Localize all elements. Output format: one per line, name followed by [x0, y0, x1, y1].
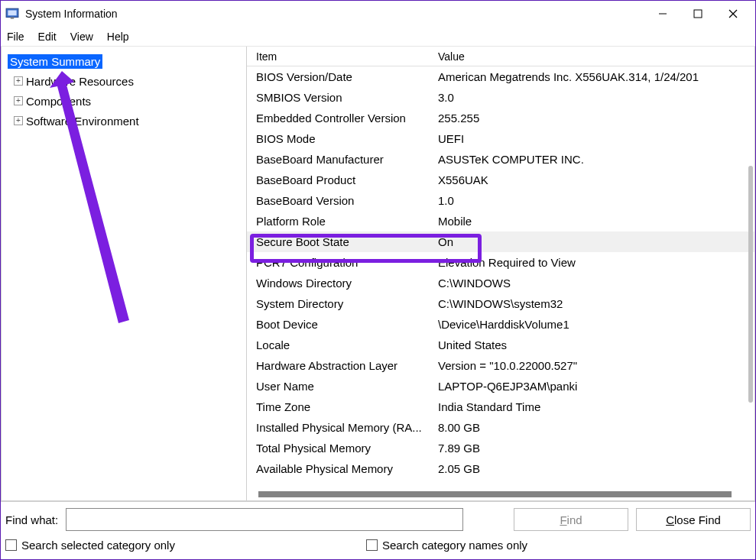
tree-item-system-summary[interactable]: System Summary: [8, 51, 240, 71]
maximize-icon: [693, 9, 702, 18]
menubar: File Edit View Help: [1, 27, 755, 47]
tree-item-hardware-resources[interactable]: + Hardware Resources: [8, 71, 240, 91]
find-button[interactable]: Find: [514, 508, 628, 531]
minimize-icon: [658, 9, 667, 18]
grid-header[interactable]: Item Value: [247, 47, 754, 66]
window-title: System Information: [25, 8, 118, 20]
cell-item: BaseBoard Product: [247, 173, 433, 186]
cell-item: BIOS Mode: [247, 132, 433, 145]
cell-value: X556UAK: [433, 173, 754, 186]
minimize-button[interactable]: [645, 2, 680, 26]
category-tree[interactable]: System Summary + Hardware Resources + Co…: [1, 47, 247, 501]
svg-rect-1: [8, 11, 16, 16]
cell-value: ASUSTeK COMPUTER INC.: [433, 153, 754, 166]
menu-file[interactable]: File: [7, 31, 24, 43]
tree-label: Software Environment: [26, 115, 139, 128]
cell-item: Embedded Controller Version: [247, 112, 433, 125]
tree-label: Hardware Resources: [26, 75, 134, 88]
cell-item: SMBIOS Version: [247, 91, 433, 104]
svg-rect-2: [11, 18, 15, 19]
column-header-value[interactable]: Value: [433, 50, 754, 63]
table-row[interactable]: Platform RoleMobile: [247, 211, 754, 231]
table-row[interactable]: Time ZoneIndia Standard Time: [247, 397, 754, 417]
cell-value: 2.05 GB: [433, 462, 754, 475]
content-area: System Summary + Hardware Resources + Co…: [1, 47, 755, 501]
menu-help[interactable]: Help: [107, 31, 129, 43]
tree-label: Components: [26, 95, 91, 108]
maximize-button[interactable]: [680, 2, 715, 26]
table-row[interactable]: BaseBoard ProductX556UAK: [247, 170, 754, 190]
cell-value: Elevation Required to View: [433, 256, 754, 269]
cell-value: \Device\HarddiskVolume1: [433, 318, 754, 331]
cell-item: Secure Boot State: [247, 235, 433, 248]
expand-icon[interactable]: +: [14, 116, 23, 125]
table-row[interactable]: Available Physical Memory2.05 GB: [247, 458, 754, 479]
vertical-scrollbar[interactable]: [748, 166, 753, 403]
search-names-checkbox[interactable]: Search category names only: [366, 539, 527, 552]
close-icon: [728, 9, 738, 18]
cell-item: Installed Physical Memory (RA...: [247, 421, 433, 434]
table-row[interactable]: Windows DirectoryC:\WINDOWS: [247, 273, 754, 293]
table-row[interactable]: BIOS Version/DateAmerican Megatrends Inc…: [247, 66, 754, 87]
checkbox-label: Search category names only: [382, 539, 527, 552]
cell-value: On: [433, 235, 754, 248]
cell-item: System Directory: [247, 297, 433, 310]
tree-item-software-environment[interactable]: + Software Environment: [8, 111, 240, 131]
checkbox-icon: [366, 539, 378, 551]
cell-item: Hardware Abstraction Layer: [247, 359, 433, 372]
find-input[interactable]: [66, 508, 463, 531]
cell-value: United States: [433, 338, 754, 351]
window: System Information File Edit View Help S…: [0, 0, 756, 560]
details-pane: Item Value BIOS Version/DateAmerican Meg…: [247, 47, 755, 501]
cell-value: UEFI: [433, 132, 754, 145]
cell-item: BIOS Version/Date: [247, 70, 433, 83]
table-row[interactable]: User NameLAPTOP-Q6EJP3AM\panki: [247, 376, 754, 397]
cell-value: C:\WINDOWS: [433, 277, 754, 290]
cell-item: Platform Role: [247, 215, 433, 228]
cell-value: India Standard Time: [433, 400, 754, 413]
table-row[interactable]: Boot Device\Device\HarddiskVolume1: [247, 314, 754, 335]
cell-item: Windows Directory: [247, 277, 433, 290]
table-row[interactable]: SMBIOS Version3.0: [247, 87, 754, 108]
horizontal-scrollbar[interactable]: [258, 491, 732, 497]
cell-item: User Name: [247, 380, 433, 393]
find-label: Find what:: [5, 513, 58, 526]
table-row[interactable]: BaseBoard ManufacturerASUSTeK COMPUTER I…: [247, 149, 754, 170]
column-header-item[interactable]: Item: [247, 50, 433, 63]
tree-item-components[interactable]: + Components: [8, 91, 240, 111]
search-selected-checkbox[interactable]: Search selected category only: [5, 539, 175, 552]
cell-value: Version = "10.0.22000.527": [433, 359, 754, 372]
close-find-button[interactable]: Close Find: [636, 508, 751, 531]
table-row[interactable]: Total Physical Memory7.89 GB: [247, 438, 754, 458]
table-row[interactable]: BaseBoard Version1.0: [247, 190, 754, 211]
table-row[interactable]: BIOS ModeUEFI: [247, 128, 754, 149]
app-icon: [5, 7, 19, 21]
cell-item: Available Physical Memory: [247, 462, 433, 475]
table-row[interactable]: Hardware Abstraction LayerVersion = "10.…: [247, 355, 754, 376]
table-row[interactable]: Embedded Controller Version255.255: [247, 108, 754, 128]
table-row[interactable]: Installed Physical Memory (RA...8.00 GB: [247, 417, 754, 438]
cell-value: 3.0: [433, 91, 754, 104]
cell-item: BaseBoard Manufacturer: [247, 153, 433, 166]
expand-icon[interactable]: +: [14, 76, 23, 86]
cell-value: LAPTOP-Q6EJP3AM\panki: [433, 380, 754, 393]
cell-value: 1.0: [433, 194, 754, 207]
cell-value: 255.255: [433, 112, 754, 125]
table-row[interactable]: System DirectoryC:\WINDOWS\system32: [247, 293, 754, 314]
table-row[interactable]: LocaleUnited States: [247, 335, 754, 355]
cell-value: Mobile: [433, 215, 754, 228]
checkbox-label: Search selected category only: [21, 539, 175, 552]
cell-item: BaseBoard Version: [247, 194, 433, 207]
menu-edit[interactable]: Edit: [38, 31, 57, 43]
table-row[interactable]: Secure Boot StateOn: [247, 231, 754, 252]
cell-item: Time Zone: [247, 400, 433, 413]
cell-value: American Megatrends Inc. X556UAK.314, 1/…: [433, 70, 754, 83]
grid-body[interactable]: BIOS Version/DateAmerican Megatrends Inc…: [247, 66, 754, 500]
expand-icon[interactable]: +: [14, 96, 23, 105]
cell-item: Boot Device: [247, 318, 433, 331]
cell-value: C:\WINDOWS\system32: [433, 297, 754, 310]
close-button[interactable]: [715, 2, 751, 26]
table-row[interactable]: PCR7 ConfigurationElevation Required to …: [247, 252, 754, 273]
checkbox-icon: [5, 539, 17, 551]
menu-view[interactable]: View: [70, 31, 93, 43]
